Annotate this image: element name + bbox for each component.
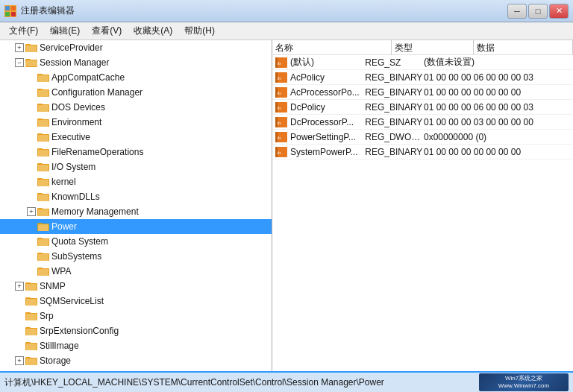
tree-item-wpa[interactable]: WPA — [0, 264, 272, 279]
folder-icon-appcompat-cache — [37, 72, 49, 83]
svg-rect-61 — [26, 314, 37, 320]
svg-rect-52 — [38, 269, 48, 276]
tree-item-file-rename-operations[interactable]: FileRenameOperations — [0, 145, 272, 159]
main-area: + ServiceProvider− Session Manager AppCo… — [0, 40, 573, 371]
svg-rect-34 — [38, 180, 48, 186]
tree-item-service-provider[interactable]: + ServiceProvider — [0, 40, 272, 55]
folder-icon-power — [37, 221, 49, 232]
folder-icon-quota-system — [37, 236, 49, 247]
tree-item-kernel[interactable]: kernel — [0, 174, 272, 189]
tree-item-srp[interactable]: Srp — [0, 309, 272, 323]
expand-btn-session-manager[interactable]: − — [15, 58, 24, 67]
close-button[interactable]: ✕ — [549, 4, 569, 19]
expand-btn-service-provider[interactable]: + — [15, 43, 24, 52]
reg-name-0: (默认) — [290, 56, 365, 69]
tree-label-executive: Executive — [51, 132, 90, 142]
menu-item-help[interactable]: 帮助(H) — [178, 23, 221, 39]
minimize-button[interactable]: ─ — [507, 4, 527, 19]
tree-label-quota-system: Quota System — [51, 236, 108, 247]
reg-name-3: DcPolicy — [290, 102, 365, 113]
tree-item-srp-extension-config[interactable]: SrpExtensionConfig — [0, 323, 272, 338]
tree-item-dos-devices[interactable]: DOS Devices — [0, 100, 272, 115]
folder-icon-known-dlls — [37, 192, 49, 202]
reg-data-6: 01 00 00 00 00 00 00 00 — [424, 147, 573, 157]
expand-btn-snmp[interactable]: + — [15, 282, 24, 291]
svg-rect-46 — [38, 239, 48, 246]
reg-icon-0: ab — [275, 57, 287, 69]
tree-item-snmp[interactable]: + SNMP — [0, 279, 272, 294]
tree-item-quota-system[interactable]: Quota System — [0, 234, 272, 249]
tree-label-snmp: SNMP — [40, 281, 66, 291]
reg-row-3[interactable]: ab DcPolicyREG_BINARY01 00 00 00 06 00 0… — [272, 100, 573, 115]
folder-icon-memory-management — [37, 206, 49, 217]
expand-btn-memory-management[interactable]: + — [27, 207, 36, 216]
reg-row-2[interactable]: ab AcProcessorPo...REG_BINARY01 00 00 00… — [272, 85, 573, 100]
tree-label-storage: Storage — [40, 355, 71, 366]
svg-rect-79 — [275, 87, 278, 98]
folder-icon-service-provider — [25, 42, 37, 53]
svg-rect-91 — [275, 147, 278, 157]
tree-item-sqm-service-list[interactable]: SQMServiceList — [0, 294, 272, 309]
menu-item-view[interactable]: 查看(V) — [86, 23, 128, 39]
tree-item-configuration-manager[interactable]: Configuration Manager — [0, 85, 272, 100]
svg-rect-31 — [38, 165, 48, 171]
registry-list[interactable]: ab (默认)REG_SZ(数值未设置) ab AcPolicyREG_BINA… — [272, 55, 573, 371]
reg-name-6: SystemPowerP... — [290, 147, 365, 157]
tree-item-memory-management[interactable]: + Memory Management — [0, 204, 272, 219]
menu-item-file[interactable]: 文件(F) — [3, 23, 44, 39]
expand-btn-storage[interactable]: + — [15, 356, 24, 365]
window-title: 注册表编辑器 — [21, 4, 507, 17]
tree-label-service-provider: ServiceProvider — [40, 42, 103, 53]
app-icon — [4, 5, 16, 17]
folder-icon-kernel — [37, 177, 49, 187]
folder-icon-io-system — [37, 162, 49, 172]
tree-label-known-dlls: KnownDLLs — [51, 192, 100, 202]
svg-rect-19 — [38, 105, 48, 112]
tree-label-dos-devices: DOS Devices — [51, 102, 105, 113]
col-header-name[interactable]: 名称 — [272, 40, 392, 54]
reg-row-0[interactable]: ab (默认)REG_SZ(数值未设置) — [272, 55, 573, 70]
tree-item-session-manager[interactable]: − Session Manager — [0, 55, 272, 70]
tree-item-appcompat-cache[interactable]: AppCompatCache — [0, 70, 272, 85]
svg-rect-55 — [26, 284, 37, 291]
tree-label-memory-management: Memory Management — [51, 206, 139, 217]
tree-pane: + ServiceProvider− Session Manager AppCo… — [0, 40, 272, 371]
tree-item-storage[interactable]: + Storage — [0, 353, 272, 368]
folder-icon-file-rename-operations — [37, 147, 49, 157]
svg-rect-64 — [26, 329, 37, 335]
reg-icon-2: ab — [275, 86, 287, 98]
tree-item-known-dlls[interactable]: KnownDLLs — [0, 189, 272, 204]
tree-item-executive[interactable]: Executive — [0, 130, 272, 145]
folder-icon-sqm-service-list — [25, 296, 37, 306]
tree-item-sub-systems[interactable]: SubSystems — [0, 249, 272, 264]
reg-icon-6: ab — [275, 146, 287, 158]
tree-scroll[interactable]: + ServiceProvider− Session Manager AppCo… — [0, 40, 272, 371]
folder-icon-session-manager — [25, 57, 37, 68]
column-headers: 名称 类型 数据 — [272, 40, 573, 55]
reg-row-4[interactable]: ab DcProcessorP...REG_BINARY01 00 00 00 … — [272, 115, 573, 130]
reg-row-5[interactable]: ab PowerSettingP...REG_DWORD0x00000000 (… — [272, 130, 573, 145]
tree-item-environment[interactable]: Environment — [0, 115, 272, 130]
svg-rect-22 — [38, 120, 48, 127]
reg-type-3: REG_BINARY — [365, 102, 424, 113]
maximize-button[interactable]: □ — [528, 4, 548, 19]
svg-rect-0 — [5, 6, 10, 10]
reg-row-6[interactable]: ab SystemPowerP...REG_BINARY01 00 00 00 … — [272, 145, 573, 159]
svg-rect-76 — [275, 72, 278, 83]
svg-rect-10 — [25, 61, 37, 66]
tree-item-power[interactable]: Power — [0, 219, 272, 234]
col-header-data[interactable]: 数据 — [474, 40, 573, 54]
tree-item-still-image[interactable]: StillImage — [0, 338, 272, 353]
tree-label-wpa: WPA — [51, 266, 71, 276]
svg-rect-37 — [38, 195, 48, 201]
col-header-type[interactable]: 类型 — [392, 40, 474, 54]
reg-row-1[interactable]: ab AcPolicyREG_BINARY01 00 00 00 06 00 0… — [272, 70, 573, 85]
tree-label-io-system: I/O System — [51, 162, 96, 172]
menu-item-favorites[interactable]: 收藏夹(A) — [128, 23, 178, 39]
menu-item-edit[interactable]: 编辑(E) — [44, 23, 86, 39]
reg-type-5: REG_DWORD — [365, 132, 424, 142]
svg-rect-58 — [26, 299, 37, 306]
svg-rect-25 — [38, 135, 48, 142]
tree-item-io-system[interactable]: I/O System — [0, 159, 272, 174]
reg-type-1: REG_BINARY — [365, 72, 424, 83]
